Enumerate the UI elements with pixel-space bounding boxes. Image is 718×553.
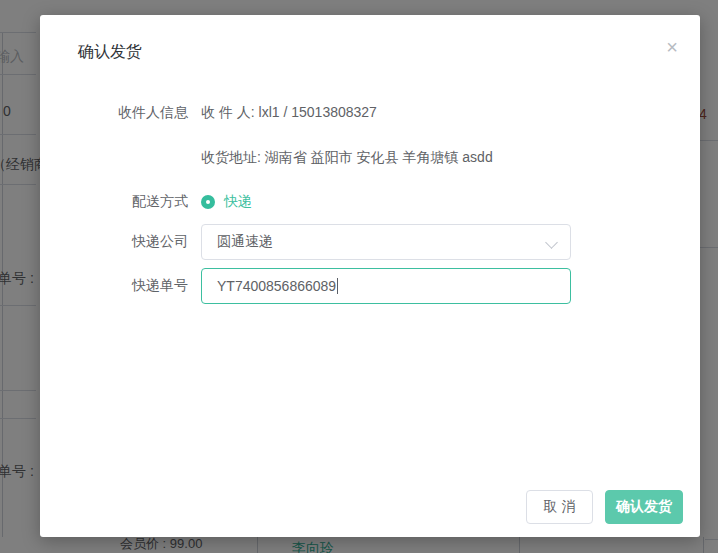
tracking-number-input[interactable]: YT7400856866089 bbox=[201, 268, 571, 304]
dialog-footer: 取 消 确认发货 bbox=[526, 490, 683, 524]
text-cursor bbox=[337, 278, 338, 294]
express-company-row: 快递公司 圆通速递 bbox=[78, 224, 571, 260]
radio-selected-icon[interactable] bbox=[201, 195, 215, 209]
cancel-button[interactable]: 取 消 bbox=[526, 490, 593, 524]
recipient-row: 收件人信息 收 件 人: lxl1 / 15013808327 bbox=[78, 103, 377, 123]
address-value: 收货地址: 湖南省 益阳市 安化县 羊角塘镇 asdd bbox=[201, 149, 493, 167]
express-company-select[interactable]: 圆通速递 bbox=[201, 224, 571, 260]
confirm-shipment-dialog: 确认发货 × 收件人信息 收 件 人: lxl1 / 15013808327 收… bbox=[40, 15, 700, 537]
tracking-number-label: 快递单号 bbox=[78, 277, 188, 295]
confirm-shipment-button[interactable]: 确认发货 bbox=[605, 490, 683, 524]
delivery-method-row: 配送方式 快递 bbox=[78, 192, 252, 212]
express-company-label: 快递公司 bbox=[78, 233, 188, 251]
delivery-express-radio[interactable]: 快递 bbox=[201, 193, 252, 211]
express-company-selected-value: 圆通速递 bbox=[202, 233, 273, 251]
dialog-title: 确认发货 bbox=[78, 42, 142, 63]
tracking-number-row: 快递单号 YT7400856866089 bbox=[78, 268, 571, 304]
address-row: 收货地址: 湖南省 益阳市 安化县 羊角塘镇 asdd bbox=[78, 148, 493, 168]
recipient-info-label: 收件人信息 bbox=[78, 104, 188, 122]
tracking-number-value: YT7400856866089 bbox=[202, 278, 336, 294]
recipient-value: 收 件 人: lxl1 / 15013808327 bbox=[201, 104, 377, 122]
chevron-down-icon[interactable] bbox=[545, 236, 558, 249]
delivery-method-label: 配送方式 bbox=[78, 193, 188, 211]
delivery-express-option-label[interactable]: 快递 bbox=[224, 193, 252, 211]
close-icon[interactable]: × bbox=[660, 35, 684, 59]
